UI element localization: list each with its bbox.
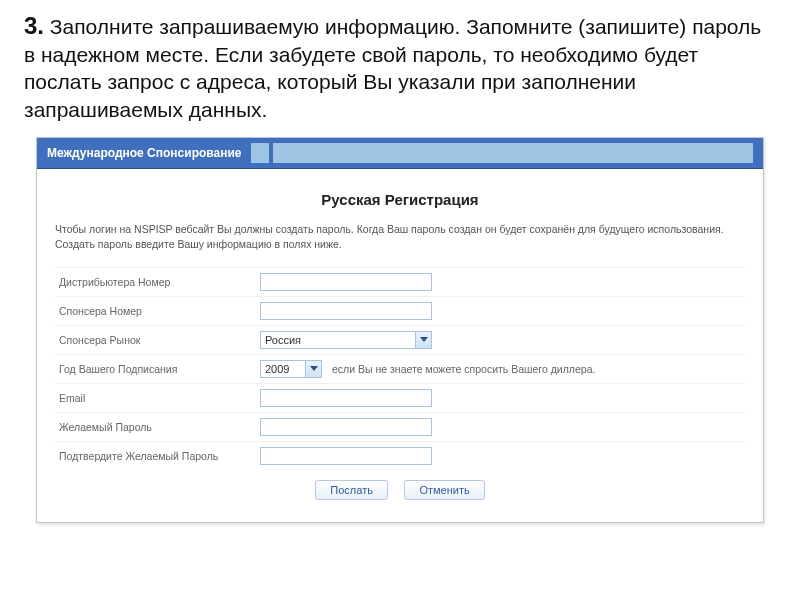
password-input[interactable] [260, 418, 432, 436]
year-value: 2009 [261, 363, 305, 375]
form-heading: Русская Регистрация [55, 191, 745, 208]
year-label: Год Вашего Подписания [55, 363, 260, 375]
confirm-password-input[interactable] [260, 447, 432, 465]
distributor-input[interactable] [260, 273, 432, 291]
password-label: Желаемый Пароль [55, 421, 260, 433]
row-year: Год Вашего Подписания 2009 если Вы не зн… [55, 354, 745, 383]
instruction-paragraph: 3. Заполните запрашиваемую информацию. З… [0, 0, 800, 137]
chevron-down-icon [305, 361, 321, 377]
titlebar-accent [273, 143, 753, 163]
row-sponsor-market: Спонсера Рынок Россия [55, 325, 745, 354]
confirm-password-label: Подтвердите Желаемый Пароль [55, 450, 260, 462]
registration-window: Международное Спонсирование Русская Реги… [36, 137, 764, 522]
row-sponsor: Спонсера Номер [55, 296, 745, 325]
sponsor-input[interactable] [260, 302, 432, 320]
form-intro-line1: Чтобы логин на NSPISP вебсайт Вы должны … [55, 222, 745, 237]
email-label: Email [55, 392, 260, 404]
step-number: 3. [24, 12, 44, 39]
button-row: Послать Отменить [55, 470, 745, 504]
sponsor-market-select[interactable]: Россия [260, 331, 432, 349]
window-title: Международное Спонсирование [47, 146, 241, 160]
form-intro-line2: Создать пароль введите Вашу информацию в… [55, 237, 745, 252]
year-hint: если Вы не знаете можете спросить Вашего… [332, 363, 595, 375]
sponsor-market-label: Спонсера Рынок [55, 334, 260, 346]
row-distributor: Дистрибьютера Номер [55, 267, 745, 296]
year-select[interactable]: 2009 [260, 360, 322, 378]
distributor-label: Дистрибьютера Номер [55, 276, 260, 288]
submit-button[interactable]: Послать [315, 480, 388, 500]
row-password: Желаемый Пароль [55, 412, 745, 441]
chevron-down-icon [415, 332, 431, 348]
instruction-text: Заполните запрашиваемую информацию. Запо… [24, 15, 761, 121]
cancel-button[interactable]: Отменить [404, 480, 484, 500]
email-input[interactable] [260, 389, 432, 407]
sponsor-label: Спонсера Номер [55, 305, 260, 317]
titlebar-divider [251, 143, 269, 163]
window-titlebar: Международное Спонсирование [37, 138, 763, 169]
window-content: Русская Регистрация Чтобы логин на NSPIS… [37, 169, 763, 521]
sponsor-market-value: Россия [261, 334, 415, 346]
row-confirm-password: Подтвердите Желаемый Пароль [55, 441, 745, 470]
row-email: Email [55, 383, 745, 412]
form-intro: Чтобы логин на NSPISP вебсайт Вы должны … [55, 222, 745, 252]
